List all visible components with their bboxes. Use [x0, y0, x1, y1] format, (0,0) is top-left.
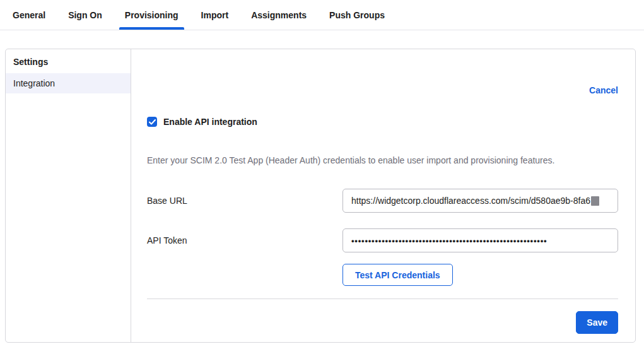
tab-assignments[interactable]: Assignments: [245, 0, 312, 30]
tab-push-groups[interactable]: Push Groups: [324, 0, 390, 30]
api-token-row: API Token ••••••••••••••••••••••••••••••…: [147, 228, 618, 252]
credentials-description: Enter your SCIM 2.0 Test App (Header Aut…: [147, 155, 618, 165]
tab-general[interactable]: General: [7, 0, 51, 30]
api-token-input[interactable]: ••••••••••••••••••••••••••••••••••••••••…: [342, 228, 618, 252]
base-url-label: Base URL: [147, 196, 342, 206]
integration-content: Cancel Enable API integration Enter your…: [131, 49, 635, 342]
api-token-label: API Token: [147, 235, 342, 245]
base-url-row: Base URL https://widgetcorp.cloudflareac…: [147, 189, 618, 213]
provisioning-panel: Settings Integration Cancel Enable API i…: [5, 49, 636, 343]
cancel-link[interactable]: Cancel: [589, 85, 618, 95]
app-tabbar: General Sign On Provisioning Import Assi…: [0, 0, 644, 30]
sidebar-item-label: Integration: [13, 78, 55, 88]
enable-api-label: Enable API integration: [163, 117, 257, 127]
redacted-text-block: [591, 196, 599, 206]
settings-sidebar: Settings Integration: [6, 49, 131, 342]
tab-provisioning[interactable]: Provisioning: [119, 0, 184, 30]
test-credentials-row: Test API Credentials: [147, 264, 618, 286]
tab-sign-on[interactable]: Sign On: [62, 0, 108, 30]
sidebar-header: Settings: [6, 49, 131, 73]
cancel-row: Cancel: [147, 85, 618, 96]
base-url-value: https://widgetcorp.cloudflareaccess.com/…: [351, 196, 590, 206]
test-api-credentials-button[interactable]: Test API Credentials: [342, 264, 453, 286]
sidebar-item-integration[interactable]: Integration: [6, 73, 131, 93]
save-row: Save: [147, 311, 618, 334]
api-token-masked-value: ••••••••••••••••••••••••••••••••••••••••…: [351, 236, 547, 245]
footer-divider: [147, 299, 618, 299]
enable-api-checkbox[interactable]: [147, 117, 157, 127]
enable-api-row: Enable API integration: [147, 117, 618, 127]
tab-import[interactable]: Import: [196, 0, 235, 30]
checkmark-icon: [149, 119, 156, 125]
save-button[interactable]: Save: [576, 311, 618, 334]
base-url-input[interactable]: https://widgetcorp.cloudflareaccess.com/…: [342, 189, 618, 213]
